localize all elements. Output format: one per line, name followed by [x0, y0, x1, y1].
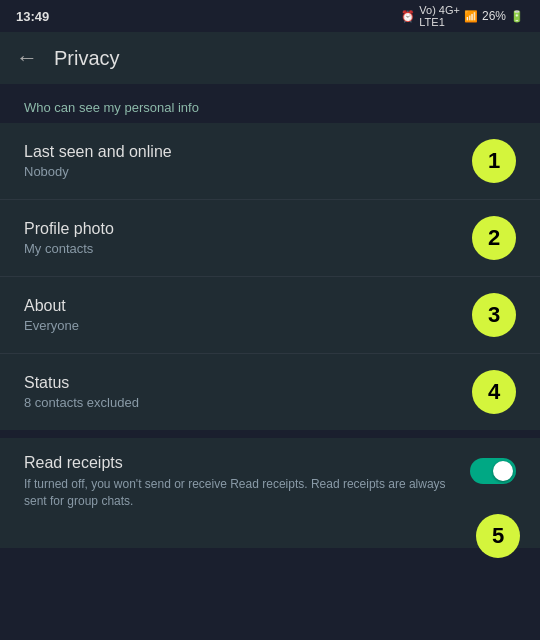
last-seen-item[interactable]: Last seen and online Nobody 1: [0, 123, 540, 199]
read-receipts-title: Read receipts: [24, 454, 454, 472]
status-subtitle: 8 contacts excluded: [24, 395, 139, 410]
battery-level: 26%: [482, 9, 506, 23]
page-title: Privacy: [54, 47, 120, 70]
badge-3: 3: [472, 293, 516, 337]
last-seen-subtitle: Nobody: [24, 164, 172, 179]
header: ← Privacy: [0, 32, 540, 84]
profile-photo-item[interactable]: Profile photo My contacts 2: [0, 200, 540, 276]
read-receipts-toggle[interactable]: [470, 458, 516, 484]
about-title: About: [24, 297, 79, 315]
about-item[interactable]: About Everyone 3: [0, 277, 540, 353]
badge-1: 1: [472, 139, 516, 183]
status-title: Status: [24, 374, 139, 392]
profile-photo-title: Profile photo: [24, 220, 114, 238]
badge-2: 2: [472, 216, 516, 260]
about-subtitle: Everyone: [24, 318, 79, 333]
back-button[interactable]: ←: [16, 45, 38, 71]
read-receipts-text: Read receipts If turned off, you won't s…: [24, 454, 470, 510]
section-label: Who can see my personal info: [0, 84, 540, 123]
status-text: Status 8 contacts excluded: [24, 374, 139, 410]
signal-icon: 📶: [464, 10, 478, 23]
section-gap: [0, 430, 540, 438]
last-seen-title: Last seen and online: [24, 143, 172, 161]
read-receipts-item: Read receipts If turned off, you won't s…: [0, 438, 540, 528]
status-bar: 13:49 ⏰ Vo) 4G+LTE1 📶 26% 🔋: [0, 0, 540, 32]
badge-5: 5: [476, 514, 520, 558]
last-seen-text: Last seen and online Nobody: [24, 143, 172, 179]
profile-photo-subtitle: My contacts: [24, 241, 114, 256]
network-info: Vo) 4G+LTE1: [419, 4, 460, 28]
about-text: About Everyone: [24, 297, 79, 333]
privacy-items-container: Last seen and online Nobody 1 Profile ph…: [0, 123, 540, 430]
alarm-icon: ⏰: [401, 10, 415, 23]
status-item[interactable]: Status 8 contacts excluded 4: [0, 354, 540, 430]
profile-photo-text: Profile photo My contacts: [24, 220, 114, 256]
status-bar-right: ⏰ Vo) 4G+LTE1 📶 26% 🔋: [401, 4, 524, 28]
battery-icon: 🔋: [510, 10, 524, 23]
status-bar-time: 13:49: [16, 9, 49, 24]
read-receipts-wrapper: Read receipts If turned off, you won't s…: [0, 438, 540, 548]
badge-4: 4: [472, 370, 516, 414]
read-receipts-description: If turned off, you won't send or receive…: [24, 476, 454, 510]
toggle-thumb: [493, 461, 513, 481]
